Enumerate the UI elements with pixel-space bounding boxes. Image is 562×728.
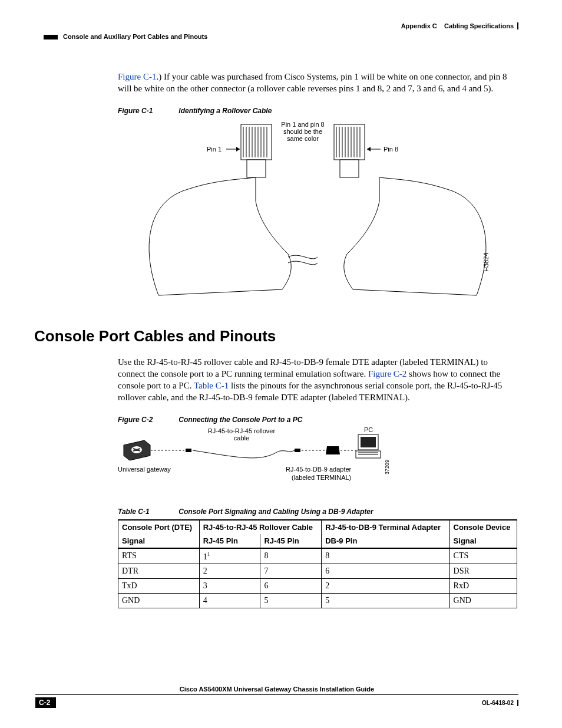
figure-c2: Universal gateway RJ-45-to-RJ-45 rollove… bbox=[118, 427, 517, 495]
table-c1-caption: Table C-1 Console Port Signaling and Cab… bbox=[118, 508, 517, 516]
svg-rect-10 bbox=[247, 160, 266, 177]
table-c1: Console Port (DTE) RJ-45-to-RJ-45 Rollov… bbox=[118, 519, 517, 609]
center-annotation: Pin 1 and pin 8 should be the same color bbox=[276, 121, 329, 142]
page-footer: Cisco AS5400XM Universal Gateway Chassis… bbox=[35, 686, 518, 708]
header-rule-icon bbox=[44, 35, 58, 39]
svg-marker-25 bbox=[367, 147, 371, 151]
table-row: GND455GND bbox=[118, 594, 517, 608]
svg-rect-28 bbox=[186, 449, 191, 452]
svg-rect-29 bbox=[295, 449, 300, 452]
art-id: H3824 bbox=[482, 252, 490, 271]
appendix-label: Appendix C bbox=[401, 22, 437, 29]
svg-rect-33 bbox=[361, 437, 376, 447]
appendix-title: Cabling Specifications bbox=[444, 22, 514, 29]
figure-c1: Pin 1 Pin 8 Pin 1 and pin 8 should be th… bbox=[118, 118, 517, 309]
svg-text:37209: 37209 bbox=[384, 459, 390, 474]
pin1-label: Pin 1 bbox=[207, 146, 222, 153]
svg-text:Universal gateway: Universal gateway bbox=[118, 466, 171, 473]
figure-c2-caption: Figure C-2 Connecting the Console Port t… bbox=[118, 416, 517, 424]
svg-rect-21 bbox=[340, 160, 359, 177]
svg-text:RJ-45-to-DB-9 adapter: RJ-45-to-DB-9 adapter bbox=[286, 466, 352, 473]
doc-id: OL-6418-02 bbox=[482, 700, 518, 706]
page-header: Appendix C Cabling Specifications Consol… bbox=[44, 22, 518, 40]
svg-text:PC: PC bbox=[364, 427, 373, 433]
svg-marker-23 bbox=[236, 147, 240, 151]
table-row: DTR276DSR bbox=[118, 564, 517, 579]
table-row: RTS1188CTS bbox=[118, 548, 517, 564]
section-title: Console and Auxiliary Port Cables and Pi… bbox=[63, 33, 207, 40]
pin8-label: Pin 8 bbox=[384, 146, 398, 153]
page-number: C-2 bbox=[35, 697, 56, 708]
table-c1-link[interactable]: Table C-1 bbox=[194, 381, 229, 390]
figure-c2-link[interactable]: Figure C-2 bbox=[368, 369, 406, 378]
intro-paragraph: Figure C-1.) If your cable was purchased… bbox=[118, 71, 517, 95]
figure-c1-caption: Figure C-1 Identifying a Rollover Cable bbox=[118, 107, 517, 115]
table-row: TxD362RxD bbox=[118, 579, 517, 594]
heading-console-port: Console Port Cables and Pinouts bbox=[34, 327, 517, 345]
console-paragraph: Use the RJ-45-to-RJ-45 rollover cable an… bbox=[118, 356, 517, 404]
figure-c1-link[interactable]: Figure C-1 bbox=[118, 72, 156, 81]
footer-doc-title: Cisco AS5400XM Universal Gateway Chassis… bbox=[35, 686, 518, 695]
svg-text:(labeled TERMINAL): (labeled TERMINAL) bbox=[292, 474, 351, 481]
